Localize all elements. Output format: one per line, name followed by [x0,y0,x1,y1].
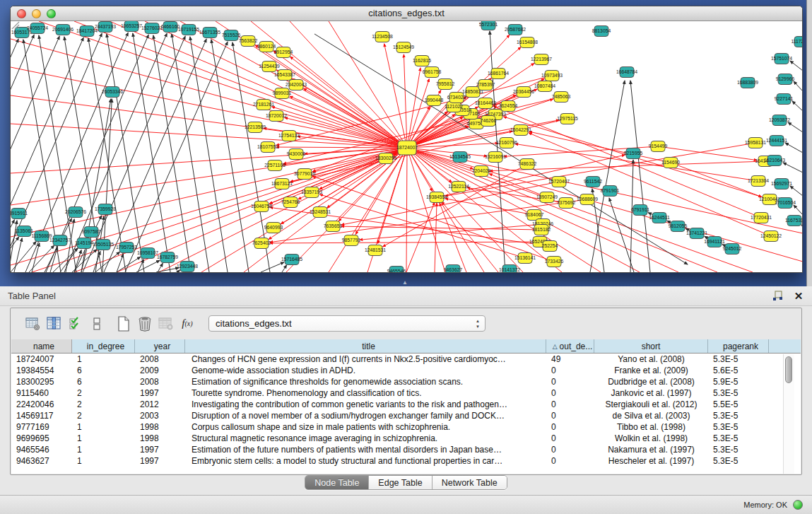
red-edge[interactable] [11,39,407,148]
table-select-dropdown[interactable]: citations_edges.txt ▲▼ [208,315,486,332]
table-row[interactable]: 2242004622012Investigating the contribut… [11,399,801,410]
graph-node[interactable]: 8813054 [592,26,611,37]
graph-node[interactable]: 9245012 [723,244,742,255]
graph-node[interactable]: 1135061 [15,226,33,237]
close-window-icon[interactable] [17,9,26,18]
graph-node[interactable]: 18107553 [257,142,278,153]
graph-node[interactable]: 12450122 [760,231,782,242]
red-edge[interactable] [435,203,437,272]
select-column-icon[interactable] [46,315,63,333]
graph-node[interactable]: 8215955 [624,148,643,159]
red-edge[interactable] [276,147,407,148]
graph-node[interactable]: 1154690 [661,158,680,168]
graph-node[interactable]: 9857791 [342,235,361,246]
column-header-pagerank[interactable]: pagerank [708,339,769,353]
graph-node[interactable]: 12342757 [49,235,71,246]
network-canvas[interactable]: 1605317824055724206914061841720424437193… [11,21,802,272]
black-edge[interactable] [792,101,802,111]
graph-node[interactable]: 12093872 [769,115,790,126]
graph-node[interactable]: 252254 [542,241,558,252]
delete-column-trash-icon[interactable] [136,315,153,333]
black-edge[interactable] [190,37,228,272]
graph-node[interactable]: 9465546 [387,267,406,273]
splitter-handle-icon[interactable]: ▲ [402,279,408,286]
graph-node[interactable]: 7485063 [552,92,571,103]
network-window[interactable]: citations_edges.txt 16053178240557242069… [10,6,803,273]
graph-node[interactable]: 7375692 [557,198,576,209]
graph-node[interactable]: 9097587 [82,227,101,238]
graph-node[interactable]: 12444151 [766,136,787,146]
graph-node[interactable]: 7785397 [476,80,495,90]
graph-node[interactable]: 22571108 [264,160,286,171]
graph-node[interactable]: 9154499 [649,141,668,152]
graph-node[interactable]: 9640993 [264,223,283,233]
graph-node[interactable]: 12975115 [557,114,578,124]
red-edge[interactable] [406,148,407,272]
graph-node[interactable]: 7204028 [472,166,491,177]
red-edge[interactable] [406,202,435,272]
graph-node[interactable]: 3915911 [11,209,28,219]
graph-node[interactable]: 1815182 [532,225,551,235]
graph-node[interactable]: 9463627 [444,265,463,273]
graph-node[interactable]: 16042291 [510,125,531,136]
graph-node[interactable]: 12213967 [531,54,552,65]
table-row[interactable]: 1456911722003Disruption of a novel membe… [11,410,801,421]
graph-node[interactable]: 7955812 [436,79,455,90]
black-edge[interactable] [790,61,802,71]
table-row[interactable]: 977716911998Corpus callosum shape and si… [11,421,801,433]
minimize-window-icon[interactable] [32,9,41,18]
graph-node[interactable]: 1145194 [75,238,93,249]
table-row[interactable]: 969969511998Structural magnetic resonanc… [11,433,801,444]
graph-node[interactable]: 9812055 [669,221,688,232]
graph-node[interactable]: 16046758 [251,201,272,212]
graph-node[interactable]: 746266 [481,116,497,127]
graph-node[interactable]: 17359928 [95,204,116,215]
graph-node[interactable]: 6466160 [161,22,180,33]
graph-node[interactable]: 15716485 [281,255,302,265]
column-header-name[interactable]: name [11,339,72,353]
graph-node[interactable]: 7625402 [252,238,271,249]
graph-node[interactable]: 10719155 [178,25,199,35]
black-edge[interactable] [211,40,249,272]
column-header-year[interactable]: year [135,339,185,353]
graph-node[interactable]: 11234508 [372,32,393,42]
graph-node[interactable]: 20206576 [65,207,86,218]
graph-node[interactable]: 9129966 [776,74,795,85]
red-edge[interactable] [407,148,802,262]
graph-node[interactable]: 15124549 [393,42,414,53]
column-header-short[interactable]: short [594,339,708,353]
row-height-icon[interactable] [88,315,105,333]
graph-node[interactable]: 7254766 [281,197,300,208]
black-edge[interactable] [83,36,185,272]
zoom-window-icon[interactable] [47,9,56,18]
graph-node[interactable]: 6961758 [423,67,442,78]
black-edge[interactable] [177,270,180,272]
table-row[interactable]: 946554611997Estimation of the future num… [11,444,801,455]
graph-node[interactable]: 18724007 [396,141,418,155]
function-builder-icon[interactable]: f(x) [179,315,196,333]
tab-network-table[interactable]: Network Table [433,476,507,489]
column-visibility-icon[interactable] [67,315,84,333]
graph-node[interactable]: 1162815 [413,56,431,66]
graph-node[interactable]: 15692971 [771,179,792,189]
graph-node[interactable]: 6791911 [631,205,649,216]
graph-node[interactable]: 5572301 [479,21,498,30]
graph-node[interactable]: 7486322 [518,159,537,170]
black-edge[interactable] [282,265,287,272]
black-edge[interactable] [790,186,802,196]
black-edge[interactable] [609,198,634,272]
red-edge[interactable] [339,148,407,221]
network-window-titlebar[interactable]: citations_edges.txt [11,6,802,21]
graph-node[interactable]: 9860124 [257,42,276,52]
graph-node[interactable]: 6734023 [447,93,466,103]
black-edge[interactable] [117,257,141,272]
close-panel-icon[interactable]: ✕ [793,291,804,302]
graph-node[interactable]: 20691406 [52,25,73,35]
graph-node[interactable]: 15276021 [141,23,163,34]
graph-node[interactable]: 9899031 [273,88,292,99]
red-edge[interactable] [407,148,445,272]
graph-node[interactable]: 26053346 [102,87,123,98]
graph-node[interactable]: 13216091 [485,152,506,163]
graph-node[interactable]: 13505135 [93,240,114,250]
red-edge[interactable] [74,148,407,272]
